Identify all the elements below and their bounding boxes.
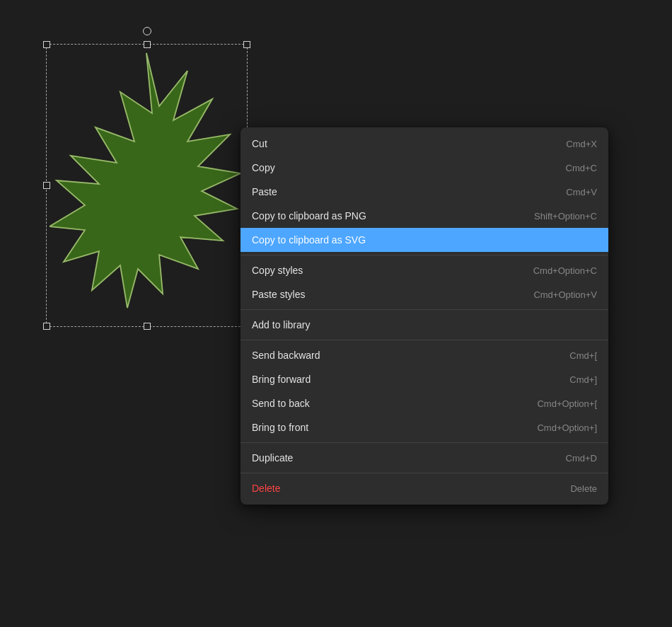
- menu-item-duplicate[interactable]: DuplicateCmd+D: [241, 446, 608, 470]
- menu-item-shortcut-send-backward: Cmd+[: [569, 350, 597, 361]
- menu-item-label-cut: Cut: [252, 138, 267, 149]
- menu-item-send-back[interactable]: Send to backCmd+Option+[: [241, 391, 608, 415]
- menu-item-shortcut-cut: Cmd+X: [566, 139, 597, 149]
- menu-item-shortcut-copy: Cmd+C: [566, 163, 597, 173]
- menu-divider-4: [241, 442, 608, 443]
- menu-item-label-send-back: Send to back: [252, 398, 310, 409]
- menu-item-shortcut-copy-styles: Cmd+Option+C: [533, 265, 597, 276]
- menu-item-shortcut-copy-png: Shift+Option+C: [534, 211, 597, 222]
- menu-item-add-library[interactable]: Add to library: [241, 313, 608, 337]
- menu-item-label-bring-front: Bring to front: [252, 422, 308, 433]
- menu-divider-2: [241, 309, 608, 310]
- menu-item-label-add-library: Add to library: [252, 319, 310, 330]
- handle-bottom-middle[interactable]: [144, 323, 151, 330]
- menu-item-shortcut-paste-styles: Cmd+Option+V: [533, 289, 597, 300]
- menu-item-label-bring-forward: Bring forward: [252, 374, 311, 385]
- context-menu: CutCmd+XCopyCmd+CPasteCmd+VCopy to clipb…: [241, 127, 608, 505]
- selection-box: [46, 44, 248, 327]
- menu-item-label-copy-svg: Copy to clipboard as SVG: [252, 234, 366, 246]
- menu-divider-3: [241, 340, 608, 340]
- menu-item-copy-svg[interactable]: Copy to clipboard as SVG: [241, 228, 608, 252]
- menu-item-delete[interactable]: DeleteDelete: [241, 476, 608, 500]
- menu-item-label-copy: Copy: [252, 162, 275, 173]
- menu-item-send-backward[interactable]: Send backwardCmd+[: [241, 343, 608, 367]
- menu-item-bring-front[interactable]: Bring to frontCmd+Option+]: [241, 415, 608, 439]
- menu-item-shortcut-bring-forward: Cmd+]: [569, 374, 597, 385]
- canvas: CutCmd+XCopyCmd+CPasteCmd+VCopy to clipb…: [0, 0, 672, 627]
- menu-item-shortcut-bring-front: Cmd+Option+]: [537, 422, 597, 433]
- menu-item-copy-styles[interactable]: Copy stylesCmd+Option+C: [241, 258, 608, 282]
- menu-item-shortcut-delete: Delete: [570, 483, 597, 494]
- menu-item-label-copy-png: Copy to clipboard as PNG: [252, 210, 366, 222]
- menu-item-copy[interactable]: CopyCmd+C: [241, 156, 608, 180]
- menu-item-shortcut-duplicate: Cmd+D: [566, 453, 597, 464]
- menu-item-shortcut-send-back: Cmd+Option+[: [537, 398, 597, 409]
- menu-item-bring-forward[interactable]: Bring forwardCmd+]: [241, 367, 608, 391]
- menu-divider-5: [241, 473, 608, 473]
- menu-item-shortcut-paste: Cmd+V: [566, 187, 597, 197]
- menu-item-label-paste: Paste: [252, 186, 277, 197]
- handle-top-middle[interactable]: [144, 41, 151, 48]
- menu-item-label-delete: Delete: [252, 483, 280, 494]
- menu-item-paste[interactable]: PasteCmd+V: [241, 180, 608, 204]
- handle-top-right[interactable]: [243, 41, 250, 48]
- menu-item-label-send-backward: Send backward: [252, 350, 320, 361]
- handle-middle-left[interactable]: [43, 182, 50, 189]
- menu-item-label-paste-styles: Paste styles: [252, 289, 305, 300]
- rotate-handle[interactable]: [143, 27, 151, 35]
- menu-divider-1: [241, 255, 608, 255]
- menu-item-label-copy-styles: Copy styles: [252, 265, 303, 276]
- menu-item-paste-styles[interactable]: Paste stylesCmd+Option+V: [241, 282, 608, 306]
- menu-item-label-duplicate: Duplicate: [252, 452, 293, 464]
- menu-item-cut[interactable]: CutCmd+X: [241, 132, 608, 156]
- handle-bottom-left[interactable]: [43, 323, 50, 330]
- handle-top-left[interactable]: [43, 41, 50, 48]
- menu-item-copy-png[interactable]: Copy to clipboard as PNGShift+Option+C: [241, 204, 608, 228]
